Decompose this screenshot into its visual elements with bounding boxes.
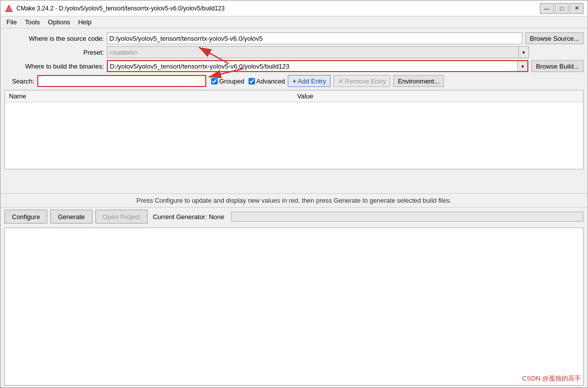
log-area[interactable] (4, 228, 584, 386)
preset-row: Preset: ▾ (4, 46, 584, 58)
advanced-label: Advanced (256, 78, 285, 85)
action-bar: Configure Generate Open Project Current … (0, 208, 588, 226)
menu-bar: File Tools Options Help (0, 16, 588, 28)
browse-build-button[interactable]: Browse Build... (531, 60, 584, 72)
preset-dropdown-arrow[interactable]: ▾ (518, 47, 528, 58)
filter-group: Grouped Advanced (211, 78, 285, 85)
menu-help[interactable]: Help (74, 17, 95, 27)
environment-button[interactable]: Environment... (393, 75, 444, 87)
search-label: Search: (4, 78, 34, 85)
app-icon (4, 4, 13, 13)
grouped-checkbox[interactable] (211, 78, 218, 84)
watermark: CSDN @孤独的高手 (522, 374, 581, 383)
preset-input[interactable] (107, 47, 518, 58)
preset-label: Preset: (4, 49, 104, 56)
close-button[interactable]: ✕ (570, 3, 584, 14)
source-input[interactable] (107, 32, 522, 44)
plus-icon: + (292, 78, 296, 85)
column-value: Value (293, 91, 583, 101)
minimize-button[interactable]: — (540, 3, 554, 14)
build-input[interactable] (108, 61, 517, 71)
add-entry-label: Add Entry (298, 78, 326, 85)
grouped-label: Grouped (219, 78, 245, 85)
remove-entry-x-icon: ✕ (338, 78, 343, 85)
main-content: Where is the source code: Browse Source.… (0, 28, 588, 193)
add-entry-button[interactable]: + Add Entry (288, 75, 331, 87)
advanced-checkbox[interactable] (249, 78, 255, 84)
menu-tools[interactable]: Tools (21, 17, 44, 27)
advanced-checkbox-label[interactable]: Advanced (249, 78, 285, 85)
window-title: CMake 3.24.2 - D:/yolov5/yolov5_tensort/… (16, 5, 540, 12)
open-project-button[interactable]: Open Project (95, 210, 148, 224)
grouped-checkbox-label[interactable]: Grouped (211, 78, 245, 85)
maximize-button[interactable]: □ (555, 3, 569, 14)
build-row: Where to build the binaries: ▾ Browse Bu… (4, 60, 584, 72)
progress-bar (231, 212, 584, 222)
configure-button[interactable]: Configure (4, 210, 47, 224)
table-body (5, 102, 583, 169)
status-text: Press Configure to update and display ne… (137, 197, 452, 204)
table-header: Name Value (5, 90, 583, 102)
remove-entry-label: Remove Entry (345, 78, 386, 85)
search-input[interactable] (37, 75, 206, 87)
build-label: Where to build the binaries: (4, 63, 104, 70)
svg-marker-1 (6, 5, 12, 11)
status-bar: Press Configure to update and display ne… (0, 193, 588, 208)
column-name: Name (5, 91, 293, 101)
window-controls: — □ ✕ (540, 3, 584, 14)
search-toolbar: Search: Grouped Advanced + Add Entry (4, 75, 584, 87)
build-dropdown[interactable]: ▾ (107, 60, 528, 72)
source-label: Where is the source code: (4, 35, 104, 42)
build-dropdown-arrow[interactable]: ▾ (517, 61, 527, 71)
generate-button[interactable]: Generate (50, 210, 92, 224)
source-row: Where is the source code: Browse Source.… (4, 32, 584, 44)
generator-label: Current Generator: None (153, 213, 224, 221)
data-table: Name Value (4, 90, 584, 169)
title-bar: CMake 3.24.2 - D:/yolov5/yolov5_tensort/… (0, 0, 588, 16)
menu-file[interactable]: File (2, 17, 21, 27)
menu-options[interactable]: Options (44, 17, 74, 27)
remove-entry-button[interactable]: ✕ Remove Entry (334, 75, 390, 87)
preset-dropdown[interactable]: ▾ (107, 46, 529, 58)
browse-source-button[interactable]: Browse Source... (525, 32, 584, 44)
